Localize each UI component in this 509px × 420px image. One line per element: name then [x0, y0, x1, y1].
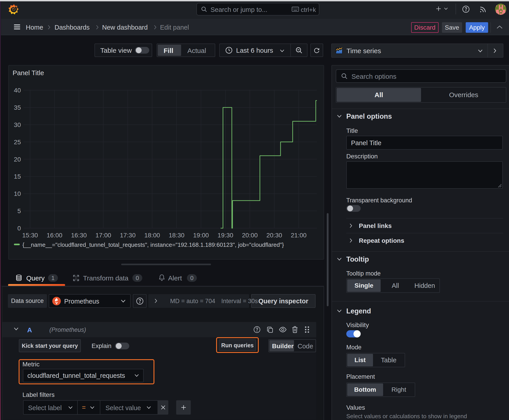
svg-text:21:00: 21:00	[291, 232, 307, 239]
svg-text:15: 15	[14, 173, 21, 180]
svg-text:17:30: 17:30	[120, 232, 136, 239]
svg-text:30: 30	[14, 121, 21, 128]
svg-text:10: 10	[14, 190, 21, 197]
svg-text:18:30: 18:30	[169, 232, 184, 239]
svg-text:{__name__="cloudflared_tunnel_: {__name__="cloudflared_tunnel_total_requ…	[23, 241, 284, 248]
svg-text:16:30: 16:30	[71, 232, 87, 239]
svg-text:19:30: 19:30	[218, 232, 233, 239]
svg-text:20:00: 20:00	[242, 232, 258, 239]
svg-text:17:00: 17:00	[95, 232, 111, 239]
svg-text:0: 0	[17, 225, 21, 232]
svg-text:16:00: 16:00	[47, 232, 62, 239]
svg-text:15:30: 15:30	[22, 232, 38, 239]
svg-text:20:30: 20:30	[266, 232, 282, 239]
svg-text:5: 5	[17, 208, 21, 215]
svg-text:25: 25	[14, 139, 21, 146]
svg-text:35: 35	[14, 104, 21, 111]
svg-text:20: 20	[14, 156, 21, 163]
svg-text:40: 40	[14, 87, 21, 94]
svg-text:18:00: 18:00	[144, 232, 160, 239]
svg-text:19:00: 19:00	[193, 232, 209, 239]
